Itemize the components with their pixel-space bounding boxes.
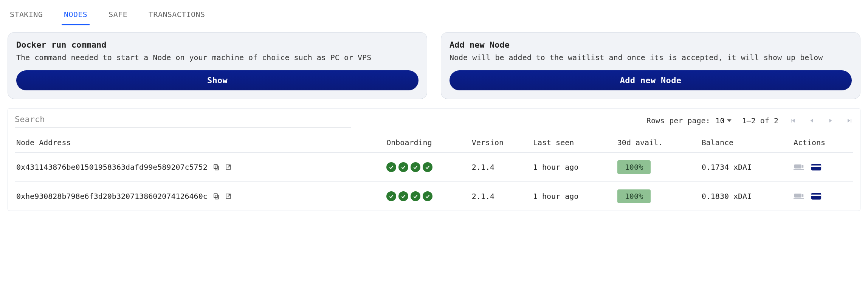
rows-per-page-label: Rows per page: (646, 116, 710, 125)
col-onboarding: Onboarding (385, 134, 470, 153)
docker-card-title: Docker run command (16, 40, 418, 50)
add-node-card-title: Add new Node (450, 40, 852, 50)
copy-icon[interactable] (213, 193, 220, 200)
svg-rect-14 (802, 194, 804, 197)
chevron-down-icon (727, 118, 732, 123)
svg-rect-2 (215, 166, 219, 170)
add-node-button[interactable]: Add new Node (450, 70, 852, 90)
open-link-icon[interactable] (225, 164, 232, 171)
first-page-icon[interactable] (789, 117, 797, 124)
check-icon (423, 191, 432, 201)
pager-range: 1–2 of 2 (742, 116, 778, 125)
node-address: 0x431143876be01501958363dafd99e589207c57… (16, 163, 208, 172)
svg-rect-17 (811, 195, 821, 196)
svg-rect-6 (802, 165, 804, 168)
onboarding-checks (386, 191, 467, 201)
node-version: 2.1.4 (470, 182, 532, 211)
svg-rect-15 (794, 198, 804, 199)
availability-badge: 100% (617, 160, 651, 174)
nodes-table: Node Address Onboarding Version Last see… (15, 134, 853, 211)
node-last-seen: 1 hour ago (532, 153, 616, 182)
check-icon (423, 162, 432, 172)
search-input[interactable] (15, 114, 351, 127)
check-icon (386, 191, 396, 201)
train-icon[interactable] (794, 192, 804, 200)
table-row: 0xhe930828b798e6f3d20b320713860207412646… (15, 182, 853, 211)
docker-card-desc: The command needed to start a Node on yo… (16, 53, 418, 63)
wallet-icon[interactable] (811, 192, 822, 200)
node-version: 2.1.4 (470, 153, 532, 182)
show-button[interactable]: Show (16, 70, 418, 90)
col-balance: Balance (700, 134, 792, 153)
svg-rect-13 (794, 194, 801, 198)
nodes-table-panel: Rows per page: 10 1–2 of 2 Nod (8, 108, 860, 211)
svg-rect-11 (214, 194, 217, 198)
node-balance: 0.1734 xDAI (700, 153, 792, 182)
next-page-icon[interactable] (827, 117, 834, 124)
check-icon (411, 191, 420, 201)
svg-rect-8 (811, 164, 821, 171)
svg-rect-9 (811, 166, 821, 167)
check-icon (386, 162, 396, 172)
col-node-address: Node Address (15, 134, 385, 153)
svg-rect-5 (794, 164, 801, 169)
train-icon[interactable] (794, 163, 804, 171)
svg-rect-16 (811, 193, 821, 200)
col-last-seen: Last seen (532, 134, 616, 153)
col-availability: 30d avail. (616, 134, 700, 153)
add-node-card: Add new Node Node will be added to the w… (441, 32, 860, 99)
availability-badge: 100% (617, 189, 651, 203)
tab-safe[interactable]: SAFE (106, 6, 130, 25)
tab-staking[interactable]: STAKING (8, 6, 45, 25)
svg-rect-1 (851, 119, 851, 122)
tabs-bar: STAKING NODES SAFE TRANSACTIONS (8, 3, 860, 25)
add-node-card-desc: Node will be added to the waitlist and o… (450, 53, 852, 63)
svg-rect-0 (791, 119, 792, 122)
node-balance: 0.1830 xDAI (700, 182, 792, 211)
docker-command-card: Docker run command The command needed to… (8, 32, 427, 99)
rows-per-page-select[interactable]: 10 (716, 116, 732, 125)
col-actions: Actions (792, 134, 853, 153)
check-icon (398, 162, 408, 172)
tab-transactions[interactable]: TRANSACTIONS (146, 6, 207, 25)
svg-rect-7 (794, 169, 804, 170)
pager: Rows per page: 10 1–2 of 2 (646, 116, 853, 125)
col-version: Version (470, 134, 532, 153)
tab-nodes[interactable]: NODES (62, 6, 90, 25)
open-link-icon[interactable] (225, 193, 232, 200)
check-icon (398, 191, 408, 201)
prev-page-icon[interactable] (808, 117, 815, 124)
last-page-icon[interactable] (846, 117, 853, 124)
svg-rect-3 (214, 164, 217, 169)
check-icon (411, 162, 420, 172)
svg-rect-10 (215, 195, 219, 199)
wallet-icon[interactable] (811, 163, 822, 171)
onboarding-checks (386, 162, 467, 172)
node-last-seen: 1 hour ago (532, 182, 616, 211)
table-row: 0x431143876be01501958363dafd99e589207c57… (15, 153, 853, 182)
copy-icon[interactable] (213, 164, 220, 171)
node-address: 0xhe930828b798e6f3d20b320713860207412646… (16, 192, 208, 201)
rows-per-page-value: 10 (716, 116, 725, 125)
